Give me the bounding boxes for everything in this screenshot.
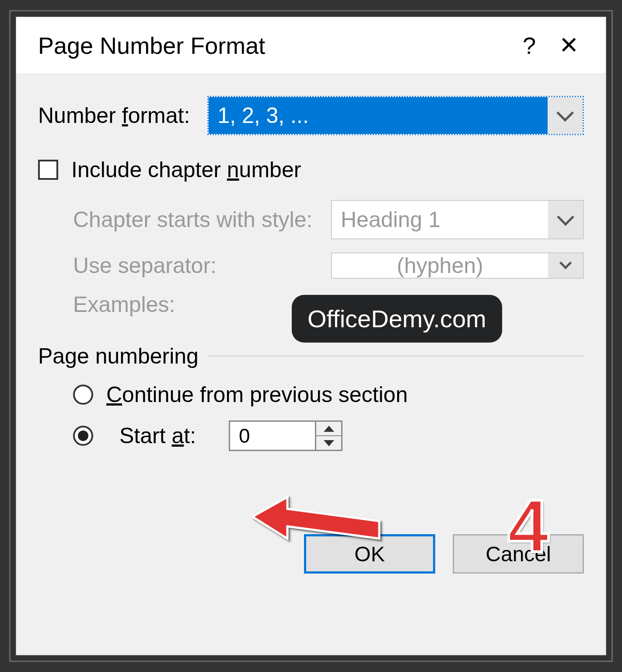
- annotation-step-number: 4: [507, 483, 549, 569]
- chapter-style-value: Heading 1: [332, 201, 548, 238]
- help-button[interactable]: ?: [510, 32, 549, 59]
- separator-combo: (hyphen): [331, 252, 584, 279]
- annotation-arrow-icon: [252, 495, 384, 552]
- include-chapter-checkbox[interactable]: [38, 160, 58, 180]
- svg-marker-0: [252, 497, 379, 539]
- divider: [207, 356, 584, 357]
- spinner-down-icon[interactable]: [316, 436, 341, 450]
- close-button[interactable]: ✕: [549, 32, 588, 59]
- chevron-down-icon: [548, 201, 583, 238]
- number-format-combo[interactable]: 1, 2, 3, ...: [207, 96, 584, 135]
- chapter-style-combo: Heading 1: [331, 200, 584, 239]
- continue-label: Continue from previous section: [106, 382, 408, 407]
- dialog-title: Page Number Format: [38, 32, 510, 59]
- separator-value: (hyphen): [332, 253, 548, 278]
- chapter-style-label: Chapter starts with style:: [73, 207, 318, 232]
- start-at-label: Start at:: [119, 423, 216, 448]
- page-number-format-dialog: Page Number Format ? ✕ Number format: 1,…: [16, 17, 606, 655]
- continue-radio[interactable]: [73, 385, 93, 405]
- number-format-label: Number format:: [38, 103, 190, 128]
- page-numbering-title: Page numbering: [38, 343, 199, 369]
- start-at-spinner[interactable]: 0: [229, 420, 342, 451]
- spinner-up-icon[interactable]: [316, 422, 341, 436]
- examples-label: Examples:: [73, 292, 175, 317]
- separator-label: Use separator:: [73, 253, 318, 278]
- start-at-value[interactable]: 0: [230, 422, 315, 450]
- number-format-value: 1, 2, 3, ...: [209, 97, 548, 134]
- titlebar: Page Number Format ? ✕: [16, 17, 606, 74]
- chevron-down-icon[interactable]: [548, 97, 583, 134]
- chevron-down-icon: [548, 253, 583, 278]
- start-at-radio[interactable]: [73, 426, 93, 446]
- include-chapter-label: Include chapter number: [71, 157, 301, 182]
- watermark-overlay: OfficeDemy.com: [292, 295, 502, 343]
